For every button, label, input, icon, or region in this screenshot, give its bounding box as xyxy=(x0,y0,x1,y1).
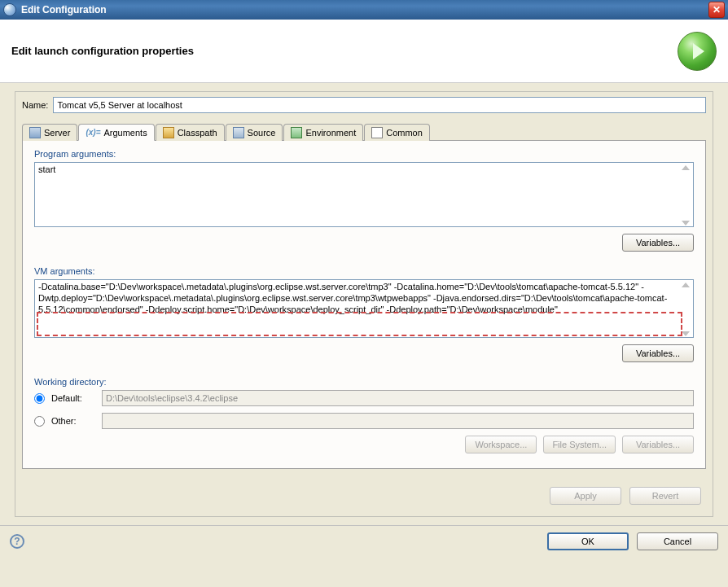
wd-other-input xyxy=(102,413,694,429)
revert-button: Revert xyxy=(629,487,701,505)
wd-other-label: Other: xyxy=(51,416,95,426)
program-args-label: Program arguments: xyxy=(34,149,694,159)
tab-panel-arguments: Program arguments: Variables... VM argum… xyxy=(22,141,706,469)
source-icon xyxy=(233,127,244,138)
tab-arguments[interactable]: (x)= Arguments xyxy=(78,124,154,141)
run-icon xyxy=(678,32,717,71)
environment-icon xyxy=(291,127,302,138)
scroll-indicator xyxy=(682,283,691,336)
apply-button: Apply xyxy=(550,487,621,505)
vm-variables-button[interactable]: Variables... xyxy=(622,344,694,362)
tab-server[interactable]: Server xyxy=(22,124,77,141)
program-args-textarea[interactable] xyxy=(34,162,694,227)
header-title: Edit launch configuration properties xyxy=(11,45,678,57)
vm-args-label: VM arguments: xyxy=(34,266,694,276)
server-icon xyxy=(29,127,41,138)
scroll-indicator xyxy=(682,165,691,226)
window-title: Edit Configuration xyxy=(21,4,708,15)
tab-environment[interactable]: Environment xyxy=(283,124,363,141)
tab-bar: Server (x)= Arguments Classpath Source E… xyxy=(22,123,706,141)
vm-args-textarea[interactable] xyxy=(34,279,694,338)
dialog-header: Edit launch configuration properties xyxy=(0,20,728,83)
program-variables-button[interactable]: Variables... xyxy=(622,234,694,252)
filesystem-button: File System... xyxy=(543,436,616,453)
wd-default-input xyxy=(102,390,694,406)
tab-source[interactable]: Source xyxy=(226,124,283,141)
tab-common[interactable]: Common xyxy=(364,124,430,141)
classpath-icon xyxy=(163,127,174,138)
eclipse-icon xyxy=(3,3,16,16)
ok-button[interactable]: OK xyxy=(547,532,629,550)
dialog-button-bar: ? OK Cancel xyxy=(0,525,728,557)
help-icon[interactable]: ? xyxy=(10,534,24,549)
wd-default-label: Default: xyxy=(51,393,95,403)
workspace-button: Workspace... xyxy=(465,436,537,453)
name-label: Name: xyxy=(22,100,48,110)
name-input[interactable] xyxy=(53,97,706,113)
common-icon xyxy=(371,127,383,138)
titlebar: Edit Configuration ✕ xyxy=(0,0,728,20)
wd-other-radio[interactable] xyxy=(34,416,45,427)
wd-default-radio[interactable] xyxy=(34,393,45,404)
wd-variables-button: Variables... xyxy=(622,436,694,453)
close-button[interactable]: ✕ xyxy=(708,2,725,18)
tab-classpath[interactable]: Classpath xyxy=(156,124,225,141)
arguments-icon: (x)= xyxy=(86,128,100,137)
working-dir-label: Working directory: xyxy=(34,377,694,387)
cancel-button[interactable]: Cancel xyxy=(637,532,718,550)
